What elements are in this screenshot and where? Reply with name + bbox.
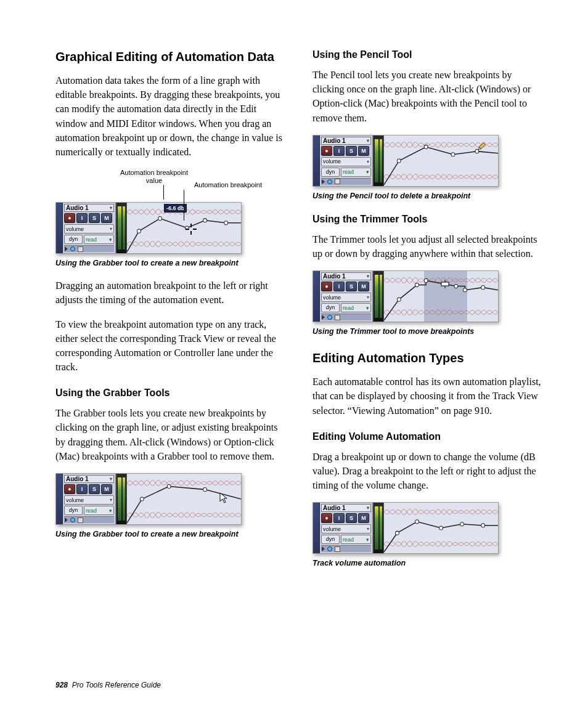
dyn-button[interactable]: dyn [321, 168, 340, 177]
track-name[interactable]: Audio 1▾ [64, 475, 114, 483]
figure-pencil: Audio 1▾ ● I S M volume▾ dynread▾ [312, 135, 545, 187]
automation-mode-selector[interactable]: read▾ [341, 535, 371, 544]
record-button[interactable]: ● [321, 146, 332, 156]
heading-graphical-editing: Graphical Editing of Automation Data [55, 49, 288, 65]
input-button[interactable]: I [76, 484, 88, 494]
solo-button[interactable]: S [346, 513, 357, 523]
para-4: The Grabber tools lets you create new br… [55, 406, 288, 463]
mute-button[interactable]: M [101, 484, 112, 494]
dropdown-icon: ▾ [110, 205, 112, 211]
view-selector-volume[interactable]: volume▾ [321, 293, 371, 302]
svg-point-1 [158, 217, 162, 221]
lane-indicator-icon [327, 546, 332, 551]
lane-indicator-icon [70, 246, 75, 251]
lane-tool-icon[interactable] [335, 315, 340, 320]
lane-tool-icon[interactable] [78, 246, 83, 252]
solo-button[interactable]: S [346, 146, 357, 156]
lane-tool-icon[interactable] [335, 546, 340, 552]
dropdown-icon: ▾ [367, 505, 369, 511]
svg-point-10 [167, 484, 171, 488]
automation-lane[interactable] [384, 503, 498, 553]
automation-lane[interactable] [127, 474, 241, 524]
track-name[interactable]: Audio 1▾ [321, 504, 371, 512]
level-meter [373, 136, 384, 186]
svg-point-18 [397, 298, 401, 301]
lane-tool-icon[interactable] [335, 179, 340, 184]
svg-point-4 [224, 221, 228, 225]
caption-grabber-2: Using the Grabber tool to create a new b… [55, 530, 288, 538]
lane-controls [321, 545, 371, 552]
dyn-button[interactable]: dyn [321, 535, 340, 544]
solo-button[interactable]: S [89, 484, 100, 494]
dyn-button[interactable]: dyn [64, 235, 83, 244]
automation-line [384, 136, 498, 186]
record-button[interactable]: ● [321, 282, 332, 291]
lane-tool-icon[interactable] [78, 517, 83, 523]
page-footer: 928 Pro Tools Reference Guide [55, 681, 161, 689]
mute-button[interactable]: M [358, 282, 369, 291]
view-selector-volume[interactable]: volume▾ [321, 524, 371, 533]
dropdown-icon: ▾ [110, 476, 112, 482]
para-3: To view the breakpoint automation type o… [55, 317, 288, 375]
svg-point-23 [481, 286, 485, 290]
automation-mode-selector[interactable]: read▾ [341, 168, 371, 177]
mute-button[interactable]: M [358, 146, 369, 156]
annotation-breakpoint: Automation breakpoint [185, 181, 271, 189]
automation-mode-selector[interactable]: read ▾ [84, 235, 114, 244]
dyn-button[interactable]: dyn [64, 506, 83, 515]
lane-indicator-icon [70, 517, 75, 522]
view-selector-volume[interactable]: volume▾ [64, 495, 114, 505]
lane-controls [64, 516, 114, 523]
mute-button[interactable]: M [358, 513, 369, 523]
input-button[interactable]: I [333, 513, 345, 523]
view-selector-volume[interactable]: volume▾ [321, 157, 371, 166]
automation-lane[interactable] [384, 136, 498, 186]
solo-button[interactable]: S [346, 282, 357, 291]
dropdown-icon: ▾ [110, 497, 112, 503]
figure-grabber: Audio 1▾ ● I S M volume▾ dyn [55, 473, 288, 525]
dropdown-icon: ▾ [366, 169, 369, 175]
dropdown-icon: ▾ [366, 305, 369, 311]
track-name[interactable]: Audio 1▾ [321, 137, 371, 145]
input-button[interactable]: I [333, 146, 345, 156]
view-selector-label: volume [323, 158, 341, 164]
track-panel: Audio 1▾ ●ISM volume▾dynread▾ [313, 503, 373, 553]
svg-point-13 [424, 145, 428, 148]
track-panel: Audio 1 ▾ ● I S M volume [56, 203, 116, 253]
input-button[interactable]: I [76, 213, 88, 223]
record-button[interactable]: ● [64, 484, 75, 494]
caption-grabber-1: Using the Grabber tool to create a new b… [55, 259, 288, 267]
track-name-label: Audio 1 [323, 273, 346, 280]
record-button[interactable]: ● [64, 213, 75, 223]
input-button[interactable]: I [333, 282, 345, 291]
level-meter [116, 474, 127, 524]
dropdown-icon: ▾ [367, 138, 369, 144]
track-name[interactable]: Audio 1▾ [321, 272, 371, 280]
view-selector-volume[interactable]: volume ▾ [64, 224, 114, 233]
automation-mode-selector[interactable]: read▾ [84, 506, 114, 515]
page: Graphical Editing of Automation Data Aut… [0, 0, 588, 714]
automation-mode-selector[interactable]: read▾ [341, 303, 371, 312]
expand-icon[interactable] [322, 179, 325, 184]
svg-point-9 [140, 497, 144, 501]
expand-icon[interactable] [65, 517, 68, 522]
figure-grabber-annotated: Audio 1 ▾ ● I S M volume [55, 202, 288, 254]
expand-icon[interactable] [322, 315, 325, 320]
caption-volume: Track volume automation [312, 559, 545, 567]
expand-icon[interactable] [322, 546, 325, 551]
track-panel: Audio 1▾ ● I S M volume▾ dynread▾ [313, 136, 373, 186]
record-button[interactable]: ● [321, 513, 332, 523]
solo-button[interactable]: S [89, 213, 100, 223]
track-name[interactable]: Audio 1 ▾ [64, 204, 114, 212]
expand-icon[interactable] [65, 246, 68, 251]
dyn-button[interactable]: dyn [321, 303, 340, 312]
mute-button[interactable]: M [101, 213, 112, 223]
automation-lane[interactable] [384, 271, 498, 322]
svg-point-3 [203, 219, 207, 222]
para-2: Dragging an automation breakpoint to the… [55, 278, 288, 307]
heading-grabber-tools: Using the Grabber Tools [55, 387, 288, 399]
figure-volume: Audio 1▾ ●ISM volume▾dynread▾ [312, 502, 545, 554]
left-column: Graphical Editing of Automation Data Aut… [55, 49, 288, 578]
figure-trimmer: Audio 1▾ ●ISM volume▾dynread▾ [312, 270, 545, 322]
view-selector-label: volume [66, 226, 84, 232]
